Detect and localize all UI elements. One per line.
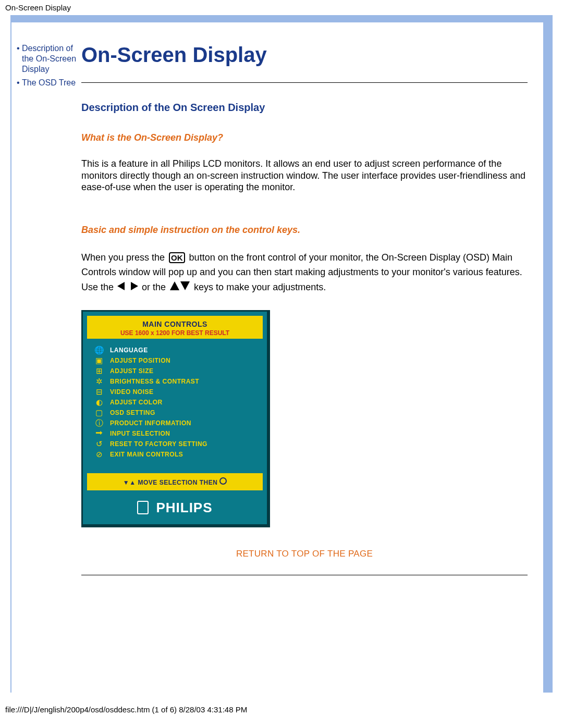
left-right-arrows-icon	[117, 280, 138, 295]
osd-item-adjust-position[interactable]: ▣ADJUST POSITION	[94, 355, 262, 366]
language-icon: 🌐	[94, 346, 104, 354]
section-heading: Description of the On Screen Display	[81, 102, 528, 114]
paragraph-description: This is a feature in all Philips LCD mon…	[81, 158, 528, 193]
svg-marker-0	[117, 282, 125, 290]
osd-item-adjust-color[interactable]: ◐ADJUST COLOR	[94, 397, 262, 408]
osd-footer-instruction: ▼▲ MOVE SELECTION THEN	[87, 473, 263, 490]
osd-menu-list: 🌐LANGUAGE ▣ADJUST POSITION ⊞ADJUST SIZE …	[83, 344, 267, 469]
divider	[81, 82, 528, 83]
osd-item-product-info[interactable]: ⓘPRODUCT INFORMATION	[94, 418, 262, 428]
osd-footer-text: MOVE SELECTION THEN	[138, 479, 217, 486]
sidebar-item-description[interactable]: • Description of the On-Screen Display	[17, 43, 77, 75]
text-fragment: keys to make your adjustments.	[194, 282, 326, 292]
svg-marker-3	[180, 281, 190, 290]
osd-panel: MAIN CONTROLS USE 1600 x 1200 FOR BEST R…	[81, 310, 270, 528]
osd-item-video-noise[interactable]: ⊟VIDEO NOISE	[94, 387, 262, 397]
document-title: On-Screen Display	[5, 3, 71, 12]
osd-item-exit[interactable]: ⊘EXIT MAIN CONTROLS	[94, 449, 262, 460]
subheading-basic-instruction: Basic and simple instruction on the cont…	[81, 225, 528, 236]
philips-shield-icon	[137, 501, 149, 514]
philips-brand: PHILIPS	[156, 500, 212, 516]
exit-icon: ⊘	[94, 450, 104, 459]
ok-button-icon: OK	[169, 252, 185, 263]
page-title: On-Screen Display	[81, 43, 528, 67]
info-icon: ⓘ	[94, 419, 104, 427]
ok-circle-icon	[219, 477, 227, 485]
osd-item-brightness-contrast[interactable]: ✲BRIGHTNESS & CONTRAST	[94, 376, 262, 387]
osd-item-label: EXIT MAIN CONTROLS	[110, 451, 183, 458]
sidebar-nav: • Description of the On-Screen Display •…	[17, 43, 77, 575]
text-fragment: or the	[142, 282, 168, 292]
paragraph-instruction: When you press the OK button on the fron…	[81, 250, 528, 295]
osd-item-label: BRIGHTNESS & CONTRAST	[110, 378, 199, 385]
osd-item-label: ADJUST POSITION	[110, 357, 170, 364]
osd-header-title: MAIN CONTROLS	[90, 320, 260, 328]
size-icon: ⊞	[94, 367, 104, 375]
osd-item-osd-setting[interactable]: ▢OSD SETTING	[94, 408, 262, 418]
return-to-top-link[interactable]: RETURN TO TOP OF THE PAGE	[236, 549, 373, 559]
osd-item-label: ADJUST COLOR	[110, 399, 163, 406]
noise-icon: ⊟	[94, 388, 104, 396]
text-fragment: When you press the	[81, 252, 167, 263]
return-to-top[interactable]: RETURN TO TOP OF THE PAGE	[81, 548, 528, 559]
osd-header-subtitle: USE 1600 x 1200 FOR BEST RESULT	[90, 329, 260, 337]
page-footer: file:///D|/J/english/200p4/osd/osddesc.h…	[0, 702, 563, 719]
color-icon: ◐	[94, 398, 104, 406]
osd-item-language[interactable]: 🌐LANGUAGE	[94, 345, 262, 355]
setting-icon: ▢	[94, 409, 104, 417]
footer-text: file:///D|/J/english/200p4/osd/osddesc.h…	[5, 705, 247, 714]
osd-item-label: VIDEO NOISE	[110, 388, 154, 396]
osd-header: MAIN CONTROLS USE 1600 x 1200 FOR BEST R…	[87, 316, 263, 339]
osd-item-label: RESET TO FACTORY SETTING	[110, 440, 207, 448]
down-up-icons: ▼▲	[123, 479, 136, 486]
up-down-arrows-icon	[169, 280, 190, 295]
osd-item-label: ADJUST SIZE	[110, 367, 154, 375]
sidebar-item-osd-tree[interactable]: • The OSD Tree	[17, 78, 77, 88]
document-header: On-Screen Display	[0, 0, 563, 15]
bullet-icon: •	[17, 78, 22, 88]
osd-item-label: LANGUAGE	[110, 347, 148, 354]
osd-item-label: OSD SETTING	[110, 409, 155, 416]
main-content: On-Screen Display Description of the On …	[77, 43, 528, 575]
osd-item-label: PRODUCT INFORMATION	[110, 419, 191, 427]
input-icon: ⮕	[94, 429, 104, 438]
position-icon: ▣	[94, 356, 104, 365]
page-frame: • Description of the On-Screen Display •…	[10, 15, 553, 693]
brightness-icon: ✲	[94, 377, 104, 386]
svg-marker-2	[170, 281, 179, 290]
subheading-what-is-osd: What is the On-Screen Display?	[81, 132, 528, 143]
osd-item-input-selection[interactable]: ⮕INPUT SELECTION	[94, 428, 262, 439]
divider	[81, 575, 528, 575]
osd-brand-footer: PHILIPS	[83, 495, 267, 525]
osd-item-adjust-size[interactable]: ⊞ADJUST SIZE	[94, 366, 262, 376]
sidebar-link-label[interactable]: The OSD Tree	[22, 78, 76, 88]
reset-icon: ↺	[94, 440, 104, 448]
bullet-icon: •	[17, 43, 22, 75]
svg-marker-1	[131, 282, 138, 290]
osd-item-label: INPUT SELECTION	[110, 430, 170, 437]
sidebar-link-label[interactable]: Description of the On-Screen Display	[22, 43, 77, 75]
osd-item-reset-factory[interactable]: ↺RESET TO FACTORY SETTING	[94, 439, 262, 449]
